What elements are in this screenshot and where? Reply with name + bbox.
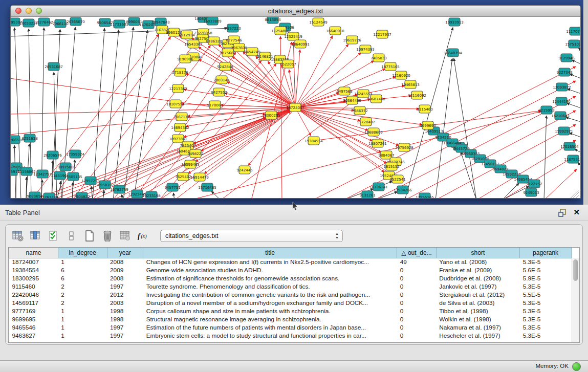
graph-node[interactable]: 6522057 [280, 60, 296, 68]
graph-node[interactable]: 15751074 [565, 40, 580, 48]
graph-node[interactable]: 16210643 [551, 112, 570, 120]
graph-node[interactable]: 15720407 [357, 118, 375, 126]
table-row[interactable]: 969969511998Structural magnetic resonanc… [9, 315, 572, 323]
graph-node[interactable]: 18640991 [291, 40, 310, 48]
graph-node[interactable]: 10974393 [356, 45, 375, 53]
graph-node[interactable]: 15124549 [309, 18, 328, 26]
graph-node[interactable]: 9131261 [359, 191, 375, 198]
delete-table-icon[interactable] [101, 230, 114, 242]
graph-node[interactable]: 9129946 [558, 54, 575, 62]
graph-node[interactable]: 11875312 [564, 155, 580, 163]
graph-node[interactable]: 11170774 [566, 27, 580, 35]
memory-status-indicator[interactable] [572, 362, 581, 371]
new-table-icon[interactable] [83, 230, 96, 242]
graph-node[interactable]: 12093872 [553, 83, 571, 91]
graph-node[interactable]: 9227343 [556, 68, 572, 76]
table-row[interactable]: 946554611997Estimation of the future num… [9, 323, 572, 332]
graph-node[interactable]: 20206576 [43, 151, 62, 159]
table-row[interactable]: 1456911722003Disruption of a novel membe… [9, 299, 572, 307]
graph-node[interactable]: 12160920 [392, 71, 410, 79]
table-settings-icon[interactable] [12, 230, 24, 242]
graph-node[interactable]: 12217937 [373, 30, 391, 38]
function-builder-icon[interactable]: f(x) [137, 230, 149, 242]
graph-node[interactable]: 9242848 [217, 62, 233, 71]
graph-node[interactable]: 7625402 [175, 172, 191, 181]
table-row[interactable]: 1872400712008Changes of HCN gene express… [9, 258, 572, 266]
graph-node[interactable]: 8813054 [265, 17, 281, 24]
graph-node[interactable]: 8215953 [538, 106, 554, 114]
graph-node[interactable]: 9245013 [523, 188, 539, 196]
graph-node[interactable]: 12325419 [284, 32, 302, 40]
table-row[interactable]: 2242004622012Investigating the contribut… [9, 291, 572, 299]
graph-node[interactable]: 9122752 [526, 180, 542, 188]
resize-grip[interactable] [576, 195, 579, 198]
graph-node[interactable]: 20365070 [67, 17, 85, 26]
graph-node[interactable]: 9457751 [164, 183, 180, 191]
graph-node[interactable]: 12116092 [408, 91, 426, 99]
graph-node[interactable]: 9190906 [177, 55, 193, 63]
table-row[interactable]: 1830029562008Estimation of significance … [9, 274, 572, 282]
graph-node[interactable]: 9242445 [236, 166, 252, 174]
float-panel-icon[interactable] [558, 209, 567, 217]
graph-node[interactable]: 19384554 [304, 137, 323, 145]
graph-node[interactable]: 2522541 [389, 175, 405, 183]
graph-node[interactable]: 15992971 [555, 127, 573, 135]
graph-node[interactable]: 7485033 [371, 54, 386, 62]
table-row[interactable]: 946362711997Embryonic stem cells: a mode… [9, 332, 572, 340]
column-header-year[interactable]: year [107, 248, 143, 258]
graph-node[interactable]: 16914479 [190, 173, 209, 181]
graph-node[interactable]: 7966110 [52, 19, 68, 28]
graph-node[interactable]: 9875685 [220, 49, 235, 57]
column-header-pagerank[interactable]: pagerank [520, 248, 572, 258]
graph-node[interactable]: 9699695 [420, 121, 435, 129]
graph-node[interactable]: 9170061 [207, 101, 223, 109]
table-scrollbar[interactable] [572, 258, 579, 342]
network-canvas[interactable]: 1872400718300295169530710053237152764627… [11, 17, 580, 198]
graph-node[interactable]: 1615152 [383, 162, 399, 170]
table-row[interactable]: 1938455462009Genome-wide association stu… [9, 266, 572, 274]
table-selector-dropdown[interactable]: citations_edges.txt ▲▼ [160, 230, 343, 242]
graph-node[interactable]: 8186328 [206, 37, 222, 45]
graph-node[interactable]: 17016504 [560, 142, 579, 150]
graph-node[interactable]: 8277546 [226, 36, 242, 44]
graph-node[interactable]: 12444190 [552, 97, 571, 105]
graph-node[interactable]: 9097588 [57, 163, 73, 171]
graph-node[interactable]: 17534266 [394, 186, 412, 194]
table-row[interactable]: 911546021997Tourette syndrome. Phenomeno… [9, 282, 572, 291]
column-header-out_de[interactable]: △ out_de... [397, 248, 437, 258]
show-columns-icon[interactable] [30, 230, 42, 242]
window-titlebar[interactable]: citations_edges.txt [11, 6, 580, 17]
graph-node[interactable]: 9115460 [417, 105, 432, 113]
graph-node[interactable]: 14694362 [171, 123, 189, 132]
graph-node[interactable]: 12955165 [416, 193, 434, 198]
graph-node[interactable]: 7857223 [225, 24, 241, 32]
column-header-name[interactable]: name [9, 248, 58, 258]
graph-node[interactable]: 11261246 [40, 193, 58, 198]
resize-grip[interactable] [573, 192, 579, 198]
graph-node[interactable]: 9498222 [187, 149, 203, 158]
graph-node[interactable]: 12213363 [169, 84, 187, 93]
import-table-icon[interactable] [119, 230, 132, 242]
graph-node[interactable]: 2803144 [213, 76, 230, 84]
graph-node[interactable]: 15716485 [198, 183, 216, 191]
graph-node[interactable]: 16640910 [326, 27, 344, 35]
graph-node[interactable]: 6497568 [336, 87, 352, 95]
graph-node[interactable]: 20531087 [45, 62, 63, 71]
column-header-short[interactable]: short [436, 248, 519, 258]
graph-node[interactable]: 10688609 [364, 128, 383, 136]
graph-node[interactable]: 7904822 [74, 192, 90, 198]
unselect-columns-icon[interactable] [66, 230, 78, 242]
graph-node[interactable]: 10933913 [445, 18, 464, 26]
select-all-columns-icon[interactable] [48, 230, 60, 242]
graph-node[interactable]: 8251638 [21, 134, 37, 142]
table-row[interactable]: 977716911998Corpus callosum shape and si… [9, 307, 572, 315]
graph-node[interactable]: 16136141 [369, 183, 388, 191]
graph-node[interactable]: 2067177 [173, 113, 189, 121]
graph-node[interactable]: 16099463 [181, 160, 200, 168]
graph-node[interactable]: 8912934 [179, 31, 195, 39]
graph-node[interactable]: 2718176 [172, 68, 188, 76]
graph-node[interactable]: 10465813 [401, 80, 420, 89]
column-header-in_degree[interactable]: in_degree [58, 248, 107, 258]
graph-node[interactable]: 7986372 [352, 106, 367, 115]
graph-node[interactable]: 19619726 [343, 36, 361, 44]
